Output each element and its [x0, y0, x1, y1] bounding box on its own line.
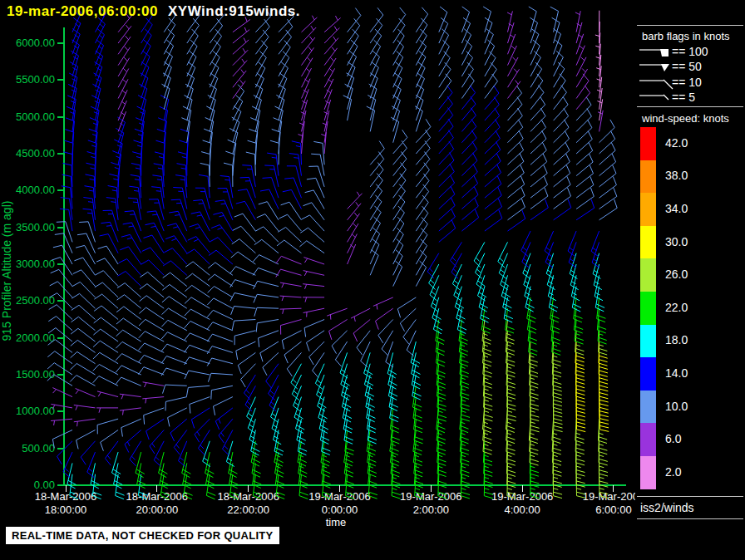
- wind-barb: [313, 141, 324, 165]
- wind-barb: [103, 210, 119, 231]
- wind-barb: [173, 188, 187, 209]
- wind-barb: [329, 320, 348, 340]
- wind-barb: [195, 419, 210, 442]
- wind-barb: [161, 356, 187, 364]
- wind-barb: [508, 108, 523, 131]
- wind-barb: [208, 263, 233, 275]
- wind-barb: [118, 79, 128, 98]
- wind-barb: [231, 252, 256, 264]
- wind-barb: [230, 293, 255, 302]
- wind-barb: [292, 141, 302, 165]
- wind-barb: [439, 119, 453, 143]
- wind-barb: [348, 244, 356, 264]
- wind-barb: [461, 164, 477, 186]
- wind-barb: [416, 51, 426, 76]
- wind-barb: [279, 52, 289, 76]
- wind-barb: [143, 382, 165, 387]
- wind-barb: [485, 120, 500, 143]
- wind-barb: [69, 73, 77, 99]
- wind-barb: [439, 198, 455, 220]
- wind-barb: [71, 351, 96, 363]
- wind-barb: [210, 51, 220, 76]
- x-tick-date: 18-Mar-2006: [217, 490, 279, 503]
- wind-barb: [52, 430, 72, 449]
- wind-barb: [255, 19, 269, 43]
- wind-barb: [267, 153, 279, 176]
- wind-barb: [83, 209, 96, 231]
- wind-barb: [207, 334, 233, 341]
- wind-barb: [461, 175, 477, 198]
- y-tick-label: 1000.00: [16, 405, 55, 417]
- wind-barb: [76, 389, 96, 397]
- wind-barb: [303, 284, 324, 289]
- wind-barb: [119, 259, 141, 276]
- wind-barb: [118, 36, 131, 54]
- wind-barb: [299, 241, 324, 253]
- wind-barb: [461, 187, 478, 209]
- wind-barb: [348, 40, 358, 65]
- wind-barb: [393, 73, 402, 99]
- wind-barb: [461, 108, 476, 132]
- wind-barb: [324, 57, 336, 76]
- wind-barb: [207, 322, 233, 331]
- wind-barb: [116, 330, 141, 341]
- wind-barb: [279, 62, 288, 88]
- wind-barb: [185, 345, 210, 352]
- speed-scale-swatch: [640, 258, 656, 292]
- wind-barb: [508, 154, 524, 176]
- wind-barb: [393, 184, 406, 209]
- wind-barb: [161, 332, 187, 341]
- wind-barb: [215, 408, 233, 430]
- wind-barb: [233, 80, 245, 98]
- wind-barb: [254, 307, 279, 317]
- wind-barb: [303, 308, 325, 317]
- wind-barb: [284, 178, 301, 198]
- wind-barb: [263, 352, 279, 375]
- wind-barb: [162, 284, 187, 297]
- wind-barb: [393, 62, 402, 88]
- wind-barb: [253, 268, 279, 275]
- wind-barb: [93, 376, 119, 386]
- y-tick-label: 5500.00: [16, 73, 55, 86]
- wind-barb: [485, 97, 499, 121]
- wind-barb: [72, 293, 95, 308]
- wind-barb: [209, 250, 233, 264]
- wind-barb: [49, 305, 72, 320]
- wind-barb: [233, 70, 246, 88]
- wind-barb: [554, 120, 569, 143]
- wind-barb: [70, 364, 95, 376]
- wind-barb: [255, 52, 266, 76]
- wind-barb: [163, 385, 187, 394]
- wind-barb: [233, 48, 248, 65]
- wind-barb: [161, 344, 187, 352]
- wind-barb: [416, 261, 426, 287]
- x-tick-time: 4:00:00: [504, 504, 540, 516]
- wind-barb: [302, 57, 313, 76]
- wind-barb: [416, 195, 428, 220]
- wind-barb: [238, 189, 255, 209]
- panel-divider: [637, 25, 743, 26]
- wind-barb: [139, 332, 164, 341]
- wind-barb: [439, 175, 455, 199]
- wind-barb: [162, 308, 187, 320]
- wind-barb: [76, 430, 96, 449]
- wind-barb: [481, 308, 491, 333]
- wind-barb: [210, 238, 232, 253]
- wind-barb: [139, 319, 164, 330]
- speed-scale-label: 34.0: [665, 202, 688, 215]
- wind-barb: [416, 73, 424, 99]
- wind-barb: [485, 176, 501, 199]
- wind-barb: [215, 200, 233, 220]
- wind-barb: [165, 248, 187, 264]
- wind-barb: [309, 341, 324, 365]
- x-tick-date: 18-Mar-2006: [126, 490, 188, 503]
- speed-scale-swatch: [640, 325, 656, 358]
- y-tick-label: 6000.00: [16, 37, 55, 49]
- y-tick-label: 500.00: [22, 442, 55, 454]
- speed-scale-label: 30.0: [665, 235, 688, 248]
- wind-barb: [461, 141, 476, 165]
- wind-barb: [214, 397, 233, 415]
- wind-barb: [264, 165, 279, 187]
- wind-barb: [508, 81, 521, 99]
- wind-barb: [81, 441, 95, 465]
